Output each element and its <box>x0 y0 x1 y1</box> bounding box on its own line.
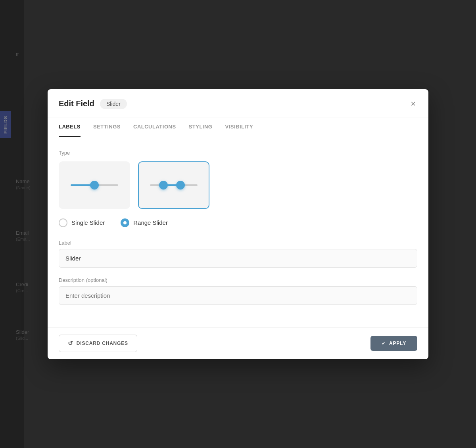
description-field-label: Description (optional) <box>59 277 417 283</box>
label-field-label: Label <box>59 240 417 246</box>
modal-title: Edit Field <box>59 99 94 108</box>
single-slider-track <box>71 184 118 186</box>
tab-styling[interactable]: STYLING <box>189 117 213 137</box>
type-cards <box>59 161 417 209</box>
tab-labels[interactable]: LABELS <box>59 117 81 137</box>
discard-icon: ↺ <box>68 340 73 347</box>
modal-footer: ↺ DISCARD CHANGES ✓ APPLY <box>48 327 428 359</box>
range-slider-track <box>150 184 198 186</box>
radio-range-slider[interactable]: Range Slider <box>121 218 168 227</box>
discard-label: DISCARD CHANGES <box>77 341 128 346</box>
radio-options: Single Slider Range Slider <box>59 218 417 227</box>
radio-range-label: Range Slider <box>133 219 168 226</box>
modal-header: Edit Field Slider × <box>48 89 428 117</box>
radio-single-label: Single Slider <box>71 219 105 226</box>
modal-tabs: LABELS SETTINGS CALCULATIONS STYLING VIS… <box>48 117 428 137</box>
range-slider-card[interactable] <box>138 161 209 209</box>
single-slider-illustration <box>71 184 118 186</box>
radio-range-circle <box>121 218 129 227</box>
apply-label: APPLY <box>389 341 406 346</box>
apply-check-icon: ✓ <box>382 341 386 346</box>
tab-calculations[interactable]: CALCULATIONS <box>133 117 176 137</box>
modal-title-group: Edit Field Slider <box>59 99 127 109</box>
description-form-group: Description (optional) <box>59 277 417 305</box>
single-slider-thumb <box>90 181 99 190</box>
apply-button[interactable]: ✓ APPLY <box>370 336 417 351</box>
label-input[interactable] <box>59 249 417 268</box>
close-button[interactable]: × <box>409 98 417 110</box>
radio-single-slider[interactable]: Single Slider <box>59 218 105 227</box>
tab-visibility[interactable]: VISIBILITY <box>225 117 253 137</box>
range-slider-thumb-left <box>159 181 168 190</box>
field-type-badge: Slider <box>100 99 127 109</box>
radio-single-circle <box>59 218 67 227</box>
single-slider-card[interactable] <box>59 161 130 209</box>
modal-body: Type <box>48 137 428 327</box>
label-form-group: Label <box>59 240 417 268</box>
description-input[interactable] <box>59 286 417 305</box>
edit-field-modal: Edit Field Slider × LABELS SETTINGS CALC… <box>48 89 428 359</box>
type-section-label: Type <box>59 150 417 156</box>
tab-settings[interactable]: SETTINGS <box>93 117 121 137</box>
close-icon: × <box>411 100 416 108</box>
modal-overlay: Edit Field Slider × LABELS SETTINGS CALC… <box>0 0 476 448</box>
range-slider-illustration <box>150 184 198 186</box>
discard-changes-button[interactable]: ↺ DISCARD CHANGES <box>59 335 137 352</box>
range-slider-thumb-right <box>176 181 185 190</box>
